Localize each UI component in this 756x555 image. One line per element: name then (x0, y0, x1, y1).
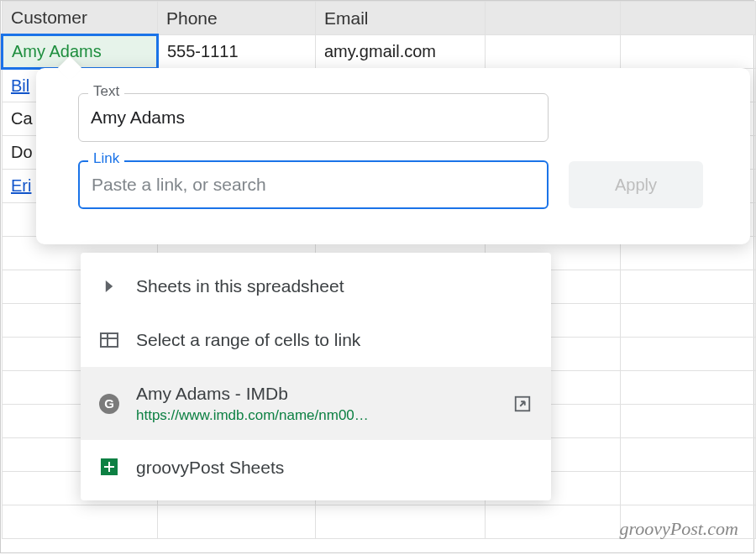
link-field-label: Link (88, 150, 124, 167)
header-email[interactable]: Email (316, 2, 486, 35)
suggestion-sheets-in-spreadsheet[interactable]: Sheets in this spreadsheet (81, 259, 551, 313)
cell[interactable] (621, 438, 756, 472)
open-external-icon[interactable] (511, 392, 534, 416)
header-blank-e[interactable] (621, 2, 756, 35)
cell[interactable] (486, 35, 621, 69)
suggestion-select-range[interactable]: Select a range of cells to link (81, 313, 551, 367)
header-blank-d[interactable] (486, 2, 621, 35)
suggestion-label: Sheets in this spreadsheet (136, 275, 534, 297)
cell[interactable] (621, 472, 756, 505)
text-field-label: Text (88, 83, 124, 100)
link-editor-popup: Text Link Apply (36, 68, 750, 244)
result-url: https://www.imdb.com/name/nm00… (136, 406, 496, 425)
chevron-right-icon (97, 275, 121, 298)
google-icon: G (97, 392, 121, 416)
cell-selected[interactable]: Amy Adams (3, 35, 158, 69)
cell[interactable] (621, 338, 756, 371)
spreadsheet: Customer Phone Email Amy Adams 555-1111 … (0, 0, 754, 553)
svg-rect-0 (101, 333, 118, 347)
cell[interactable]: amy.gmail.com (316, 35, 486, 69)
svg-text:G: G (104, 396, 114, 411)
apply-button[interactable]: Apply (569, 161, 703, 208)
link-url-input[interactable] (78, 160, 549, 209)
cell[interactable]: 555-1111 (158, 35, 316, 69)
cell[interactable] (621, 405, 756, 438)
link-text-input[interactable] (78, 93, 549, 142)
grid-icon (97, 328, 121, 352)
cell[interactable] (621, 304, 756, 338)
suggestion-label: groovyPost Sheets (136, 456, 534, 479)
result-title: Amy Adams - IMDb (136, 382, 496, 405)
cell[interactable] (621, 35, 756, 69)
table-row: Amy Adams 555-1111 amy.gmail.com (3, 35, 756, 69)
link-suggestions-dropdown: Sheets in this spreadsheet Select a rang… (81, 253, 551, 500)
cell[interactable] (621, 371, 756, 405)
cell[interactable] (158, 505, 316, 539)
watermark: groovyPost.com (619, 518, 738, 540)
sheets-doc-icon (97, 455, 121, 479)
suggestion-search-result[interactable]: G Amy Adams - IMDb https://www.imdb.com/… (81, 367, 551, 440)
suggestion-label: Select a range of cells to link (136, 328, 534, 351)
header-customer[interactable]: Customer (3, 2, 158, 35)
header-row: Customer Phone Email (3, 2, 756, 35)
cell[interactable] (316, 505, 486, 539)
suggestion-doc-result[interactable]: groovyPost Sheets (81, 440, 551, 494)
cell[interactable] (621, 270, 756, 304)
cell[interactable] (486, 505, 621, 539)
header-phone[interactable]: Phone (158, 2, 316, 35)
cell[interactable] (3, 505, 158, 539)
suggestion-label: Amy Adams - IMDb https://www.imdb.com/na… (136, 382, 496, 425)
